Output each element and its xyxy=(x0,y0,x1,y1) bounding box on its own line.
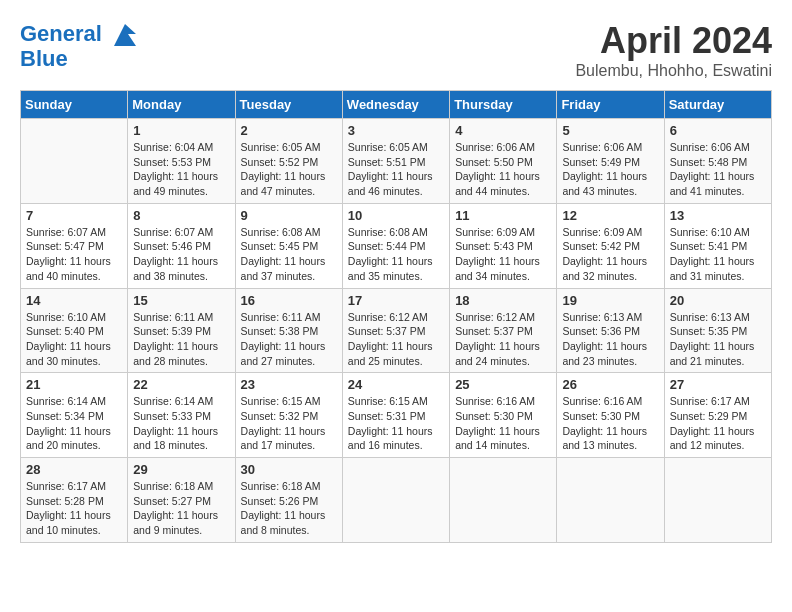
day-number: 15 xyxy=(133,293,229,308)
calendar-cell: 21Sunrise: 6:14 AM Sunset: 5:34 PM Dayli… xyxy=(21,373,128,458)
calendar-body: 1Sunrise: 6:04 AM Sunset: 5:53 PM Daylig… xyxy=(21,119,772,543)
calendar-cell: 30Sunrise: 6:18 AM Sunset: 5:26 PM Dayli… xyxy=(235,458,342,543)
calendar-cell: 10Sunrise: 6:08 AM Sunset: 5:44 PM Dayli… xyxy=(342,203,449,288)
day-number: 26 xyxy=(562,377,658,392)
day-info: Sunrise: 6:16 AM Sunset: 5:30 PM Dayligh… xyxy=(455,394,551,453)
day-info: Sunrise: 6:18 AM Sunset: 5:27 PM Dayligh… xyxy=(133,479,229,538)
day-info: Sunrise: 6:12 AM Sunset: 5:37 PM Dayligh… xyxy=(348,310,444,369)
calendar-cell: 7Sunrise: 6:07 AM Sunset: 5:47 PM Daylig… xyxy=(21,203,128,288)
day-info: Sunrise: 6:10 AM Sunset: 5:40 PM Dayligh… xyxy=(26,310,122,369)
day-number: 24 xyxy=(348,377,444,392)
week-row-3: 14Sunrise: 6:10 AM Sunset: 5:40 PM Dayli… xyxy=(21,288,772,373)
calendar-cell: 13Sunrise: 6:10 AM Sunset: 5:41 PM Dayli… xyxy=(664,203,771,288)
calendar-cell: 28Sunrise: 6:17 AM Sunset: 5:28 PM Dayli… xyxy=(21,458,128,543)
day-info: Sunrise: 6:15 AM Sunset: 5:31 PM Dayligh… xyxy=(348,394,444,453)
day-number: 14 xyxy=(26,293,122,308)
month-title: April 2024 xyxy=(575,20,772,62)
day-header-thursday: Thursday xyxy=(450,91,557,119)
day-info: Sunrise: 6:11 AM Sunset: 5:39 PM Dayligh… xyxy=(133,310,229,369)
day-info: Sunrise: 6:06 AM Sunset: 5:49 PM Dayligh… xyxy=(562,140,658,199)
calendar-cell: 17Sunrise: 6:12 AM Sunset: 5:37 PM Dayli… xyxy=(342,288,449,373)
day-header-friday: Friday xyxy=(557,91,664,119)
day-info: Sunrise: 6:08 AM Sunset: 5:45 PM Dayligh… xyxy=(241,225,337,284)
calendar-cell: 19Sunrise: 6:13 AM Sunset: 5:36 PM Dayli… xyxy=(557,288,664,373)
calendar-cell: 20Sunrise: 6:13 AM Sunset: 5:35 PM Dayli… xyxy=(664,288,771,373)
calendar-cell xyxy=(557,458,664,543)
day-number: 16 xyxy=(241,293,337,308)
day-info: Sunrise: 6:12 AM Sunset: 5:37 PM Dayligh… xyxy=(455,310,551,369)
calendar-cell xyxy=(664,458,771,543)
calendar-cell: 2Sunrise: 6:05 AM Sunset: 5:52 PM Daylig… xyxy=(235,119,342,204)
day-header-wednesday: Wednesday xyxy=(342,91,449,119)
calendar-cell: 6Sunrise: 6:06 AM Sunset: 5:48 PM Daylig… xyxy=(664,119,771,204)
day-info: Sunrise: 6:06 AM Sunset: 5:50 PM Dayligh… xyxy=(455,140,551,199)
day-header-sunday: Sunday xyxy=(21,91,128,119)
calendar-cell xyxy=(342,458,449,543)
day-info: Sunrise: 6:16 AM Sunset: 5:30 PM Dayligh… xyxy=(562,394,658,453)
day-info: Sunrise: 6:08 AM Sunset: 5:44 PM Dayligh… xyxy=(348,225,444,284)
day-number: 11 xyxy=(455,208,551,223)
day-info: Sunrise: 6:09 AM Sunset: 5:43 PM Dayligh… xyxy=(455,225,551,284)
day-number: 23 xyxy=(241,377,337,392)
day-number: 17 xyxy=(348,293,444,308)
calendar-cell: 14Sunrise: 6:10 AM Sunset: 5:40 PM Dayli… xyxy=(21,288,128,373)
title-block: April 2024 Bulembu, Hhohho, Eswatini xyxy=(575,20,772,80)
calendar-cell: 11Sunrise: 6:09 AM Sunset: 5:43 PM Dayli… xyxy=(450,203,557,288)
calendar-cell xyxy=(21,119,128,204)
day-info: Sunrise: 6:18 AM Sunset: 5:26 PM Dayligh… xyxy=(241,479,337,538)
day-info: Sunrise: 6:07 AM Sunset: 5:46 PM Dayligh… xyxy=(133,225,229,284)
day-number: 19 xyxy=(562,293,658,308)
location: Bulembu, Hhohho, Eswatini xyxy=(575,62,772,80)
calendar-header-row: SundayMondayTuesdayWednesdayThursdayFrid… xyxy=(21,91,772,119)
calendar-cell: 29Sunrise: 6:18 AM Sunset: 5:27 PM Dayli… xyxy=(128,458,235,543)
calendar-cell: 25Sunrise: 6:16 AM Sunset: 5:30 PM Dayli… xyxy=(450,373,557,458)
calendar-cell: 27Sunrise: 6:17 AM Sunset: 5:29 PM Dayli… xyxy=(664,373,771,458)
day-info: Sunrise: 6:14 AM Sunset: 5:33 PM Dayligh… xyxy=(133,394,229,453)
calendar-cell: 26Sunrise: 6:16 AM Sunset: 5:30 PM Dayli… xyxy=(557,373,664,458)
day-info: Sunrise: 6:05 AM Sunset: 5:51 PM Dayligh… xyxy=(348,140,444,199)
calendar-cell: 18Sunrise: 6:12 AM Sunset: 5:37 PM Dayli… xyxy=(450,288,557,373)
day-number: 30 xyxy=(241,462,337,477)
day-info: Sunrise: 6:06 AM Sunset: 5:48 PM Dayligh… xyxy=(670,140,766,199)
week-row-5: 28Sunrise: 6:17 AM Sunset: 5:28 PM Dayli… xyxy=(21,458,772,543)
day-number: 20 xyxy=(670,293,766,308)
day-number: 13 xyxy=(670,208,766,223)
day-number: 12 xyxy=(562,208,658,223)
day-header-monday: Monday xyxy=(128,91,235,119)
logo-icon xyxy=(110,20,140,50)
day-header-saturday: Saturday xyxy=(664,91,771,119)
day-number: 18 xyxy=(455,293,551,308)
day-info: Sunrise: 6:04 AM Sunset: 5:53 PM Dayligh… xyxy=(133,140,229,199)
day-info: Sunrise: 6:10 AM Sunset: 5:41 PM Dayligh… xyxy=(670,225,766,284)
svg-marker-0 xyxy=(114,24,136,46)
calendar-cell: 3Sunrise: 6:05 AM Sunset: 5:51 PM Daylig… xyxy=(342,119,449,204)
day-number: 2 xyxy=(241,123,337,138)
calendar-cell: 16Sunrise: 6:11 AM Sunset: 5:38 PM Dayli… xyxy=(235,288,342,373)
day-number: 22 xyxy=(133,377,229,392)
day-info: Sunrise: 6:07 AM Sunset: 5:47 PM Dayligh… xyxy=(26,225,122,284)
calendar-cell: 5Sunrise: 6:06 AM Sunset: 5:49 PM Daylig… xyxy=(557,119,664,204)
day-number: 27 xyxy=(670,377,766,392)
day-number: 7 xyxy=(26,208,122,223)
day-header-tuesday: Tuesday xyxy=(235,91,342,119)
day-info: Sunrise: 6:17 AM Sunset: 5:29 PM Dayligh… xyxy=(670,394,766,453)
day-number: 21 xyxy=(26,377,122,392)
calendar-cell: 22Sunrise: 6:14 AM Sunset: 5:33 PM Dayli… xyxy=(128,373,235,458)
day-info: Sunrise: 6:11 AM Sunset: 5:38 PM Dayligh… xyxy=(241,310,337,369)
day-number: 10 xyxy=(348,208,444,223)
calendar-cell: 8Sunrise: 6:07 AM Sunset: 5:46 PM Daylig… xyxy=(128,203,235,288)
day-number: 6 xyxy=(670,123,766,138)
calendar-cell: 4Sunrise: 6:06 AM Sunset: 5:50 PM Daylig… xyxy=(450,119,557,204)
calendar-cell xyxy=(450,458,557,543)
day-number: 5 xyxy=(562,123,658,138)
day-number: 1 xyxy=(133,123,229,138)
day-number: 28 xyxy=(26,462,122,477)
calendar-cell: 9Sunrise: 6:08 AM Sunset: 5:45 PM Daylig… xyxy=(235,203,342,288)
day-info: Sunrise: 6:09 AM Sunset: 5:42 PM Dayligh… xyxy=(562,225,658,284)
day-info: Sunrise: 6:17 AM Sunset: 5:28 PM Dayligh… xyxy=(26,479,122,538)
week-row-2: 7Sunrise: 6:07 AM Sunset: 5:47 PM Daylig… xyxy=(21,203,772,288)
calendar-cell: 23Sunrise: 6:15 AM Sunset: 5:32 PM Dayli… xyxy=(235,373,342,458)
day-number: 25 xyxy=(455,377,551,392)
day-info: Sunrise: 6:13 AM Sunset: 5:35 PM Dayligh… xyxy=(670,310,766,369)
day-number: 4 xyxy=(455,123,551,138)
